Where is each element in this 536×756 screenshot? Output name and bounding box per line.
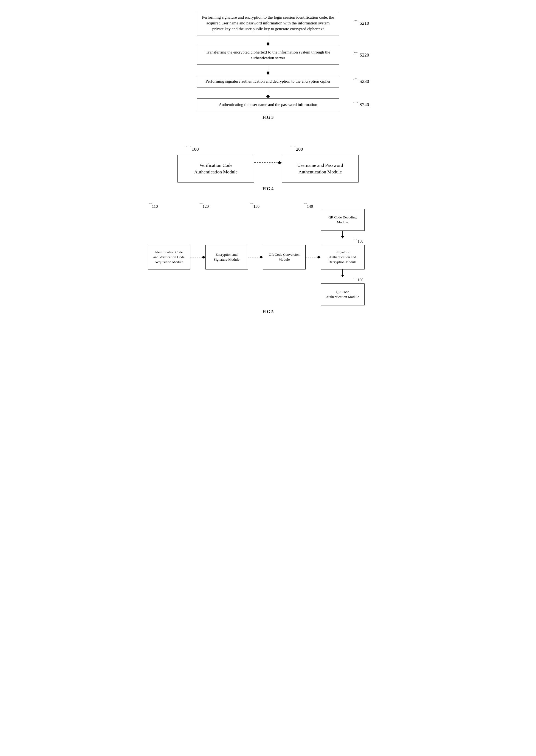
- fig4-module100-col: ⌒ 100 Verification Code Authentication M…: [178, 145, 254, 183]
- step-s220-box: Transferring the encrypted ciphertext to…: [197, 46, 339, 64]
- step-s220-label: ⌒ S220: [353, 51, 369, 59]
- fig5-module120-box: Encryption and Signature Module: [206, 245, 248, 269]
- step-s230-row: Performing signature authentication and …: [145, 75, 391, 88]
- fig5-module130-box: QR Code Conversion Module: [263, 245, 306, 269]
- arrow-s220-s230: [266, 64, 270, 75]
- fig5-module150-box: Signature Authentication and Decryption …: [321, 245, 365, 269]
- step-s210-row: Performing signature and encryption to t…: [145, 11, 391, 35]
- step-s210-label: ⌒ S210: [353, 19, 369, 27]
- fig5-arrow-120-130: [248, 256, 263, 258]
- fig5-module130-label: QR Code Conversion Module: [268, 252, 301, 262]
- fig4-module200-label: Username and Password Authentication Mod…: [297, 162, 343, 175]
- fig3-caption: FIG 3: [262, 115, 274, 120]
- step-s210-text: Performing signature and encryption to t…: [202, 15, 334, 31]
- arrow-s210-s220: [266, 35, 270, 46]
- fig5-ref130: 130: [253, 204, 260, 209]
- fig4-module200-box: Username and Password Authentication Mod…: [282, 155, 358, 183]
- arrow-s230-s240: [266, 88, 270, 98]
- fig4-module200-ref: 200: [296, 147, 303, 152]
- step-s220-row: Transferring the encrypted ciphertext to…: [145, 46, 391, 64]
- fig5-ref120: 120: [203, 204, 209, 209]
- fig5-main-row: Identification Code and Verification Cod…: [145, 209, 391, 305]
- step-s240-label: ⌒ S240: [353, 101, 369, 109]
- step-s230-text: Performing signature authentication and …: [206, 79, 330, 84]
- step-s240-box: Authenticating the user name and the pas…: [197, 98, 339, 111]
- fig5-module160-label: QR Code Authentication Module: [325, 290, 360, 299]
- fig5-module120-label: Encryption and Signature Module: [210, 252, 243, 262]
- fig5-module110-label: Identification Code and Verification Cod…: [152, 250, 186, 265]
- step-s240-row: Authenticating the user name and the pas…: [145, 98, 391, 111]
- fig3-section: Performing signature and encryption to t…: [145, 8, 391, 123]
- fig5-arrow-140-150: [341, 231, 344, 238]
- fig5-module140-label: QR Code Decoding Module: [325, 215, 360, 225]
- fig4-module100-label: Verification Code Authentication Module: [194, 162, 238, 175]
- step-s240-text: Authenticating the user name and the pas…: [219, 102, 318, 107]
- fig4-module200-col: ⌒ 200 Username and Password Authenticati…: [282, 145, 358, 183]
- fig5-ref110: 110: [152, 204, 158, 209]
- fig4-caption: FIG 4: [262, 186, 274, 191]
- fig5-module140-box: QR Code Decoding Module: [321, 209, 365, 231]
- fig5-ref160: 160: [358, 278, 363, 282]
- fig5-ref140: 140: [307, 204, 313, 209]
- fig4-arrow: [254, 161, 282, 164]
- fig5-section: ⌒ 110 ⌒ 120 ⌒ 130 ⌒ 140 Identification C…: [145, 202, 391, 317]
- fig5-arrow-110-120: [190, 256, 206, 258]
- step-s230-box: Performing signature authentication and …: [197, 75, 339, 88]
- fig4-module100-ref: 100: [192, 147, 199, 152]
- fig5-caption: FIG 5: [145, 309, 391, 314]
- fig5-arrow-130-140: [306, 256, 321, 258]
- step-s220-text: Transferring the encrypted ciphertext to…: [206, 50, 330, 60]
- fig4-section: ⌒ 100 Verification Code Authentication M…: [145, 131, 391, 194]
- fig5-arrow-150-160: [341, 269, 344, 277]
- step-s210-box: Performing signature and encryption to t…: [197, 11, 339, 35]
- fig4-row: ⌒ 100 Verification Code Authentication M…: [145, 131, 391, 183]
- fig5-module110-box: Identification Code and Verification Cod…: [148, 245, 190, 269]
- fig5-right-stack: QR Code Decoding Module ⌒ 150 Signature …: [321, 209, 365, 305]
- step-s230-label: ⌒ S230: [353, 77, 369, 86]
- fig5-refs-row: ⌒ 110 ⌒ 120 ⌒ 130 ⌒ 140: [145, 202, 391, 209]
- fig5-module160-box: QR Code Authentication Module: [321, 284, 365, 305]
- fig5-module150-label: Signature Authentication and Decryption …: [325, 250, 360, 265]
- fig5-ref150: 150: [358, 239, 363, 243]
- fig4-module100-box: Verification Code Authentication Module: [178, 155, 254, 183]
